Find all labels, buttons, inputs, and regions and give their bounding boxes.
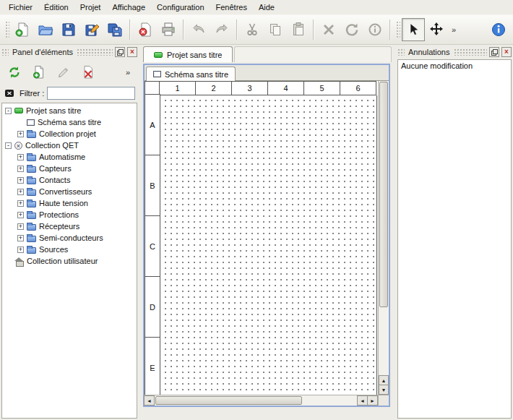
print-button[interactable] xyxy=(157,18,180,41)
open-project-button[interactable] xyxy=(34,18,57,41)
tree-item-recepteurs[interactable]: + Récepteurs xyxy=(2,220,137,232)
expand-expander-icon[interactable]: + xyxy=(17,154,24,160)
tree-item-capteurs[interactable]: + Capteurs xyxy=(2,163,137,174)
menu-fenetres[interactable]: Fenêtres xyxy=(210,0,253,14)
scroll-up-button[interactable]: ▲ xyxy=(379,375,389,385)
tree-item-schema-sans-titre[interactable]: Schéma sans titre xyxy=(2,116,137,128)
expand-expander-icon[interactable]: + xyxy=(17,235,24,241)
dock-float-button[interactable] xyxy=(115,47,125,57)
tree-item-protections[interactable]: + Protections xyxy=(2,209,137,220)
folder-icon xyxy=(27,189,36,196)
horizontal-scrollbar-thumb[interactable] xyxy=(155,396,302,405)
column-header: 2 xyxy=(195,81,232,95)
folder-icon xyxy=(27,178,36,184)
collapse-expander-icon[interactable]: - xyxy=(5,142,12,149)
expand-expander-icon[interactable]: + xyxy=(17,200,24,207)
tree-item-sources[interactable]: + Sources xyxy=(2,244,137,255)
help-about-button[interactable] xyxy=(487,18,510,41)
row-header: B xyxy=(145,155,160,216)
dotted-grid xyxy=(160,95,377,395)
delete-element-button[interactable] xyxy=(78,62,98,82)
delete-selection-button xyxy=(317,18,340,41)
save-button[interactable] xyxy=(57,18,80,41)
scroll-down-button[interactable]: ▼ xyxy=(379,385,389,395)
menu-configuration[interactable]: Configuration xyxy=(151,0,210,14)
menu-fichier[interactable]: Fichier xyxy=(3,0,38,14)
toolbar-extension-chevron[interactable]: » xyxy=(448,18,460,41)
tree-item-collection-qet[interactable]: - Collection QET xyxy=(2,140,137,151)
undo-panel-titlebar[interactable]: Annulations × xyxy=(397,46,512,58)
dock-float-button[interactable] xyxy=(489,47,499,57)
tree-item-collection-utilisateur[interactable]: Collection utilisateur xyxy=(2,255,137,267)
dock-close-button[interactable]: × xyxy=(127,47,137,57)
home-icon xyxy=(14,257,24,265)
save-all-button[interactable] xyxy=(103,18,126,41)
column-header: 5 xyxy=(303,81,340,95)
panel-extension-chevron[interactable]: » xyxy=(121,67,134,77)
toolbar-handle[interactable] xyxy=(395,20,400,39)
folder-icon xyxy=(27,155,36,161)
expand-expander-icon[interactable]: + xyxy=(17,212,24,218)
select-mode-button[interactable] xyxy=(402,18,425,41)
tree-item-label: Protections xyxy=(39,210,79,219)
elements-panel-dock: Panel d'éléments × xyxy=(0,45,139,420)
toolbar-handle[interactable] xyxy=(4,20,9,39)
tree-item-label: Convertisseurs xyxy=(39,187,92,196)
menu-affichage[interactable]: Affichage xyxy=(106,0,151,14)
scroll-left-button[interactable]: ◄ xyxy=(144,395,155,406)
scroll-right-button[interactable]: ► xyxy=(367,395,378,406)
horizontal-scrollbar-track[interactable] xyxy=(303,395,358,406)
tree-item-projet-sans-titre[interactable]: - Projet sans titre xyxy=(2,105,137,116)
tree-item-automatisme[interactable]: + Automatisme xyxy=(2,151,137,163)
diagram-canvas[interactable]: 1 2 3 4 5 6 A B C D xyxy=(145,81,378,395)
vertical-scrollbar-thumb[interactable] xyxy=(379,82,388,307)
reload-collections-button[interactable] xyxy=(4,62,25,82)
tree-item-semi-conducteurs[interactable]: + Semi-conducteurs xyxy=(2,232,137,244)
new-element-button[interactable] xyxy=(29,62,49,82)
undo-history-list[interactable]: Aucune modification xyxy=(397,59,512,419)
tabbar-empty-area xyxy=(234,46,392,62)
expand-expander-icon[interactable]: + xyxy=(17,131,24,137)
main-area: Panel d'éléments × xyxy=(0,45,513,420)
project-icon xyxy=(154,52,163,58)
menu-edition[interactable]: Édition xyxy=(38,0,74,14)
vertical-scrollbar[interactable]: ▲ ▼ xyxy=(378,81,389,395)
undo-button xyxy=(187,18,210,41)
expand-expander-icon[interactable]: + xyxy=(17,247,24,253)
save-as-button[interactable] xyxy=(80,18,103,41)
folder-icon xyxy=(27,247,36,254)
menu-aide[interactable]: Aide xyxy=(253,0,280,14)
elements-tree[interactable]: - Projet sans titre Schéma sans titre + … xyxy=(1,103,137,419)
collapse-expander-icon[interactable]: - xyxy=(5,108,12,114)
undo-icon xyxy=(191,22,207,38)
tab-projet-sans-titre[interactable]: Projet sans titre xyxy=(143,46,233,62)
expand-expander-icon[interactable]: + xyxy=(17,177,24,184)
reload-icon xyxy=(7,65,22,80)
horizontal-scrollbar[interactable]: ◄ ◄ ► xyxy=(145,395,378,406)
clear-filter-button[interactable] xyxy=(4,87,17,99)
dock-close-button[interactable]: × xyxy=(501,47,512,57)
scroll-left-button-2[interactable]: ◄ xyxy=(357,395,368,406)
tree-item-convertisseurs[interactable]: + Convertisseurs xyxy=(2,186,137,197)
mdi-center: Projet sans titre Schéma sans titre xyxy=(142,45,393,420)
printer-icon xyxy=(160,22,176,38)
menu-projet[interactable]: Projet xyxy=(74,0,107,14)
float-icon xyxy=(491,49,498,56)
schema-view: 1 2 3 4 5 6 A B C D xyxy=(145,81,389,406)
tree-item-contacts[interactable]: + Contacts xyxy=(2,174,137,186)
help-info-icon xyxy=(491,22,506,38)
new-document-button[interactable] xyxy=(11,18,34,41)
expand-expander-icon[interactable]: + xyxy=(17,166,24,172)
pan-mode-button[interactable] xyxy=(425,18,448,41)
vertical-scrollbar-track[interactable] xyxy=(379,308,389,376)
elements-panel-titlebar[interactable]: Panel d'éléments × xyxy=(1,46,137,58)
expand-expander-icon[interactable]: + xyxy=(17,223,24,230)
tree-item-haute-tension[interactable]: + Haute tension xyxy=(2,197,137,209)
close-project-button[interactable] xyxy=(134,18,157,41)
tree-item-collection-projet[interactable]: + Collection projet xyxy=(2,128,137,140)
rotate-icon xyxy=(344,22,360,38)
scrollbar-corner xyxy=(378,395,389,406)
tab-schema-sans-titre[interactable]: Schéma sans titre xyxy=(146,67,236,81)
filter-input[interactable] xyxy=(47,87,135,100)
expand-expander-icon[interactable]: + xyxy=(17,189,24,195)
